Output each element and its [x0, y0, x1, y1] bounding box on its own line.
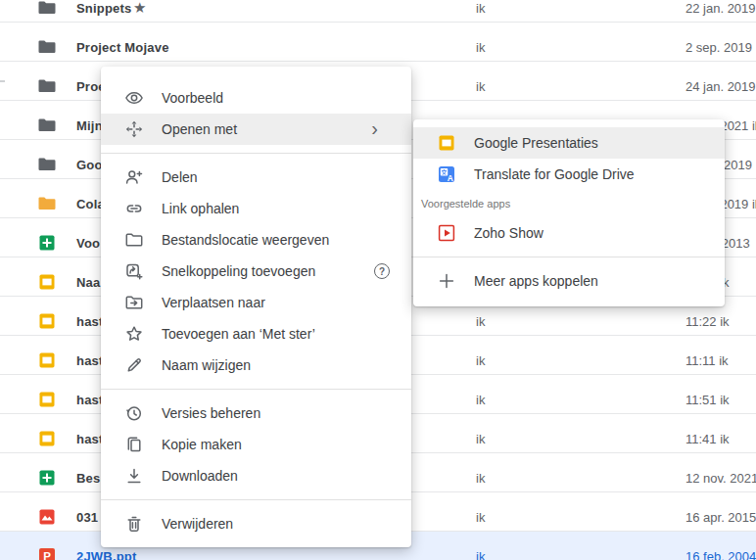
file-modified-date: 11:22 ik	[685, 314, 730, 329]
menu-item-label: Toevoegen aan ‘Met ster’	[162, 326, 315, 342]
menu-item-openen-met[interactable]: Openen met›	[101, 114, 411, 145]
trash-icon	[124, 514, 144, 534]
link-icon	[124, 199, 144, 218]
context-menu: VoorbeeldOpenen met›DelenLink ophalenBes…	[101, 67, 411, 547]
help-icon[interactable]: ?	[374, 263, 390, 279]
submenu-item-label: Meer apps koppelen	[474, 273, 598, 289]
file-modified-date: 11:41 ik	[685, 432, 730, 446]
file-name: Project Mojave	[76, 40, 169, 55]
slides-file-icon	[37, 429, 57, 448]
file-name: hast	[76, 353, 104, 368]
open-with-submenu: Google PresentatiesATranslate for Google…	[413, 119, 725, 306]
file-name: hast	[76, 393, 104, 407]
download-icon	[124, 466, 144, 486]
file-row[interactable]: Snippets★ik22 jan. 2019	[0, 0, 756, 23]
menu-item-label: Snelkoppeling toevoegen	[162, 263, 315, 279]
menu-item-label: Openen met	[162, 121, 237, 137]
file-owner: ik	[476, 471, 485, 486]
submenu-item-google-presentaties[interactable]: Google Presentaties	[413, 127, 725, 159]
folder-icon	[37, 76, 57, 96]
file-modified-date: 11:11 ik	[685, 353, 729, 368]
file-modified-date: 12 nov. 2021	[685, 471, 756, 486]
menu-item-label: Versies beheren	[162, 405, 260, 421]
file-name: Goo	[76, 158, 103, 172]
menu-item-naam-wijzigen[interactable]: Naam wijzigen	[101, 350, 411, 381]
star-icon: ★	[133, 0, 146, 17]
file-owner: ik	[476, 510, 485, 525]
file-name: Snippets	[76, 1, 132, 16]
star-outline-icon	[124, 324, 144, 344]
submenu-item-label: Translate for Google Drive	[474, 166, 635, 182]
file-modified-date: 2 sep. 2019	[685, 40, 752, 55]
menu-item-label: Kopie maken	[162, 437, 242, 452]
slides-file-icon	[37, 350, 57, 370]
sheets-file-icon	[37, 233, 57, 253]
file-name: 031	[76, 510, 98, 525]
pencil-icon	[124, 355, 144, 375]
submenu-item-zoho-show[interactable]: Zoho Show	[413, 217, 725, 249]
file-modified-date: 11:51 ik	[685, 393, 730, 407]
image-file-icon	[37, 507, 57, 527]
history-icon	[124, 403, 144, 423]
suggested-apps-header: Voorgestelde apps	[413, 190, 725, 217]
menu-item-voorbeeld[interactable]: Voorbeeld	[101, 82, 411, 114]
file-modified-date: 24 jan. 2019	[685, 79, 756, 94]
menu-item-kopie-maken[interactable]: Kopie maken	[101, 429, 411, 460]
menu-item-bestandslocatie-weergeven[interactable]: Bestandslocatie weergeven	[101, 224, 411, 256]
menu-item-verwijderen[interactable]: Verwijderen	[101, 508, 411, 539]
file-owner: ik	[476, 353, 485, 368]
file-modified-date: 16 apr. 2015	[685, 510, 756, 525]
menu-divider	[101, 153, 411, 154]
menu-item-label: Verwijderen	[162, 516, 233, 532]
file-owner: ik	[476, 79, 485, 94]
menu-item-label: Delen	[162, 169, 198, 185]
file-owner: ik	[476, 393, 485, 407]
file-owner: ik	[476, 314, 485, 329]
folder-icon	[37, 155, 57, 174]
menu-item-delen[interactable]: Delen	[101, 162, 411, 193]
open-with-icon	[124, 119, 144, 139]
file-modified-date: 16 feb. 2004	[685, 549, 756, 560]
menu-divider	[101, 389, 411, 390]
file-owner: ik	[476, 549, 485, 560]
file-name: hast	[76, 314, 104, 329]
left-nav-remnant	[0, 80, 5, 82]
submenu-divider	[413, 257, 725, 257]
file-name: Mijn	[76, 118, 103, 133]
add-shortcut-icon	[124, 261, 144, 281]
file-name: Naa	[76, 275, 100, 290]
menu-item-link-ophalen[interactable]: Link ophalen	[101, 193, 411, 224]
menu-item-verplaatsen-naar[interactable]: Verplaatsen naar	[101, 287, 411, 318]
file-owner: ik	[476, 432, 485, 446]
file-owner: ik	[476, 40, 485, 55]
menu-divider	[101, 499, 411, 500]
file-name: Voo	[76, 236, 100, 251]
menu-item-label: Downloaden	[162, 468, 238, 484]
file-row[interactable]: Project Mojaveik2 sep. 2019	[0, 23, 756, 62]
svg-text:A: A	[448, 173, 453, 183]
translate-icon: A	[437, 164, 456, 184]
file-name: 2JWB.ppt	[76, 549, 137, 560]
menu-item-label: Bestandslocatie weergeven	[162, 232, 329, 248]
menu-item-versies-beheren[interactable]: Versies beheren	[101, 397, 411, 429]
eye-icon	[124, 88, 144, 108]
slides-file-icon	[437, 133, 456, 153]
menu-item-downloaden[interactable]: Downloaden	[101, 460, 411, 491]
menu-item-label: Link ophalen	[162, 201, 239, 216]
file-owner: ik	[476, 1, 485, 16]
copy-icon	[124, 435, 144, 454]
slides-file-icon	[37, 311, 57, 331]
menu-item-toevoegen-aan-met-ster[interactable]: Toevoegen aan ‘Met ster’	[101, 318, 411, 350]
svg-text:P: P	[43, 550, 51, 560]
menu-item-label: Verplaatsen naar	[162, 295, 265, 310]
submenu-item-label: Google Presentaties	[474, 135, 598, 151]
zoho-show-icon	[437, 223, 456, 243]
submenu-item-translate-for-google-drive[interactable]: ATranslate for Google Drive	[413, 159, 725, 190]
submenu-item-label: Zoho Show	[474, 225, 543, 241]
sheets-file-icon	[37, 468, 57, 488]
submenu-item-meer-apps-koppelen[interactable]: Meer apps koppelen	[413, 265, 725, 297]
menu-item-snelkoppeling-toevoegen[interactable]: Snelkoppeling toevoegen?	[101, 256, 411, 287]
file-name: Bes	[76, 471, 100, 486]
chevron-right-icon: ›	[371, 118, 378, 138]
file-modified-date: 22 jan. 2019	[685, 1, 756, 16]
